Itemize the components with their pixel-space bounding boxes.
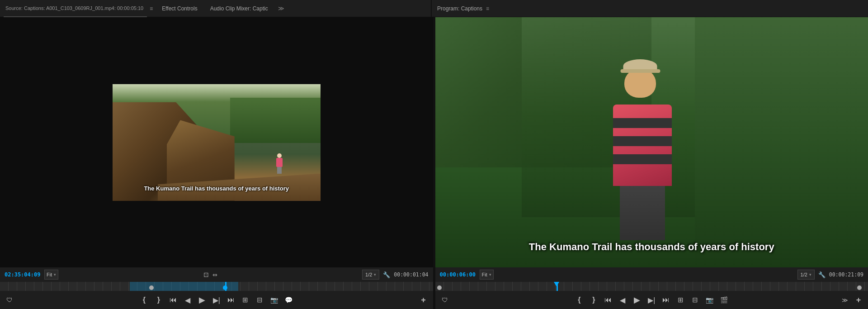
source-step-back-btn[interactable]: ◀ [182, 294, 193, 306]
program-transport-right: ≫ + [839, 294, 864, 306]
source-in-point-btn[interactable]: { [138, 294, 150, 306]
person-right-hat-brim [620, 69, 660, 73]
source-tab-menu-icon[interactable]: ≡ [147, 5, 156, 12]
person-right-hat [623, 59, 657, 73]
person-right-jacket [613, 105, 672, 186]
trees-mid-left [230, 98, 321, 143]
program-overwrite-btn[interactable]: ⊟ [689, 294, 701, 306]
program-marker-btn[interactable]: 🛡 [439, 294, 451, 306]
source-timecode[interactable]: 02:35:04:09 [5, 271, 41, 278]
program-timecode[interactable]: 00:00:06:00 [440, 271, 476, 278]
source-step-fwd-btn[interactable]: ▶| [211, 294, 222, 306]
source-scrubber[interactable] [0, 282, 433, 291]
person-right-head [624, 68, 656, 98]
source-resolution-dropdown[interactable]: 1/2 ▾ [362, 270, 379, 280]
program-step-back-btn[interactable]: ◀ [617, 294, 628, 306]
program-transport-left: 🛡 [439, 294, 451, 306]
source-fit-dropdown[interactable]: Fit ▾ [44, 270, 58, 280]
program-start-marker[interactable] [437, 285, 442, 290]
program-play-btn[interactable]: ▶ [631, 294, 643, 306]
source-panel: The Kumano Trail has thousands of years … [0, 17, 434, 309]
program-tick-marks [435, 282, 868, 291]
source-video-frame: The Kumano Trail has thousands of years … [113, 84, 321, 201]
person-head-left [277, 153, 282, 158]
program-fit-dropdown[interactable]: Fit ▾ [480, 270, 494, 280]
program-step-fwd-btn[interactable]: ▶| [646, 294, 657, 306]
program-fit-chevron: ▾ [489, 272, 491, 277]
program-tab-label: Program: Captions [437, 5, 482, 12]
program-transport-bar: 🛡 { } ⏮ ◀ ▶ ▶| ⏭ ⊞ ⊟ 📷 🎬 ≫ + [435, 291, 868, 309]
tab-audio-clip-mixer[interactable]: Audio Clip Mixer: Captic [204, 0, 274, 17]
person-jacket-left [276, 158, 283, 167]
source-res-chevron: ▾ [374, 272, 376, 277]
source-resolution-label: 1/2 [365, 272, 372, 277]
source-fit-label: Fit [47, 272, 52, 277]
source-marker-btn[interactable]: 🛡 [4, 294, 15, 306]
person-right-pants [620, 186, 665, 240]
source-in-point-marker[interactable] [149, 285, 154, 290]
program-panel: The Kumano Trail has thousands of years … [435, 17, 868, 309]
jacket-stripe-1 [613, 118, 672, 128]
program-caption-overlay: The Kumano Trail has thousands of years … [435, 239, 868, 255]
source-overwrite-btn[interactable]: ⊟ [254, 294, 266, 306]
main-panels: The Kumano Trail has thousands of years … [0, 17, 868, 309]
source-caption-overlay: The Kumano Trail has thousands of years … [113, 184, 321, 193]
source-fit-chevron: ▾ [54, 272, 56, 277]
tab-effect-controls[interactable]: Effect Controls [156, 0, 203, 17]
source-out-point-btn[interactable]: } [153, 294, 165, 306]
source-transport-right: + [418, 294, 429, 306]
program-resolution-dropdown[interactable]: 1/2 ▾ [797, 270, 815, 280]
program-playhead-line [557, 282, 558, 291]
program-in-point-btn[interactable]: { [573, 294, 585, 306]
source-settings-icon[interactable]: 🔧 [383, 271, 390, 278]
jacket-stripe-2 [613, 136, 672, 146]
left-tabs: Source: Captions: A001_C103_0609RJ_001.m… [4, 0, 431, 17]
person-right-head-area [624, 68, 660, 105]
source-controls-bar: 02:35:04:09 Fit ▾ ⊡ ⇔ 1/2 ▾ 🔧 00:00:01:0… [0, 267, 433, 282]
tab-source[interactable]: Source: Captions: A001_C103_0609RJ_001.m… [4, 0, 147, 17]
program-overflow-btn[interactable]: ≫ [839, 294, 851, 306]
source-caption-btn[interactable]: 💬 [283, 294, 295, 306]
source-blue-range [130, 282, 238, 291]
program-out-point-btn[interactable]: } [588, 294, 599, 306]
program-duration: 00:00:21:09 [829, 271, 863, 278]
program-fit-label: Fit [482, 272, 487, 277]
jacket-stripe-3 [613, 154, 672, 164]
program-add-btn[interactable]: + [853, 294, 864, 306]
source-add-btn[interactable]: + [418, 294, 429, 306]
source-transport-left: 🛡 [4, 294, 15, 306]
program-settings-icon[interactable]: 🔧 [818, 271, 826, 278]
source-play-btn[interactable]: ▶ [196, 294, 208, 306]
tab-program[interactable]: Program: Captions [437, 5, 482, 12]
program-end-marker[interactable] [857, 285, 862, 290]
source-insert-btn[interactable]: ⊞ [240, 294, 251, 306]
person-right [597, 68, 688, 240]
program-tab-menu-icon[interactable]: ≡ [486, 5, 489, 12]
program-controls-bar: 00:00:06:00 Fit ▾ 1/2 ▾ 🔧 00:00:21:09 [435, 267, 868, 282]
program-goto-in-btn[interactable]: ⏮ [602, 294, 614, 306]
program-video-frame: The Kumano Trail has thousands of years … [435, 17, 868, 267]
person-left [274, 153, 284, 178]
right-tabs: Program: Captions ≡ [432, 5, 864, 12]
program-resolution-label: 1/2 [801, 272, 807, 277]
source-duration: 00:00:01:04 [394, 271, 428, 278]
program-video-area[interactable]: The Kumano Trail has thousands of years … [435, 17, 868, 267]
left-tab-overflow-icon[interactable]: ≫ [274, 5, 288, 12]
program-res-chevron: ▾ [809, 272, 811, 277]
source-goto-in-btn[interactable]: ⏮ [167, 294, 179, 306]
program-goto-out-btn[interactable]: ⏭ [660, 294, 672, 306]
program-scrubber[interactable] [435, 282, 868, 291]
program-multicam-btn[interactable]: 🎬 [718, 294, 730, 306]
source-export-frame-btn[interactable]: 📷 [269, 294, 280, 306]
tab-bar: Source: Captions: A001_C103_0609RJ_001.m… [0, 0, 868, 17]
source-out-point-marker[interactable] [223, 285, 227, 290]
program-export-frame-btn[interactable]: 📷 [703, 294, 715, 306]
source-safe-margins-icon[interactable]: ⇔ [212, 271, 217, 278]
person-pants-left [277, 167, 282, 174]
source-fullscreen-icon[interactable]: ⊡ [203, 271, 209, 278]
trees-right-dark [695, 17, 868, 267]
source-goto-out-btn[interactable]: ⏭ [225, 294, 237, 306]
source-transport-bar: 🛡 { } ⏮ ◀ ▶ ▶| ⏭ ⊞ ⊟ 📷 💬 + [0, 291, 433, 309]
program-insert-btn[interactable]: ⊞ [675, 294, 686, 306]
source-video-area[interactable]: The Kumano Trail has thousands of years … [0, 17, 433, 267]
